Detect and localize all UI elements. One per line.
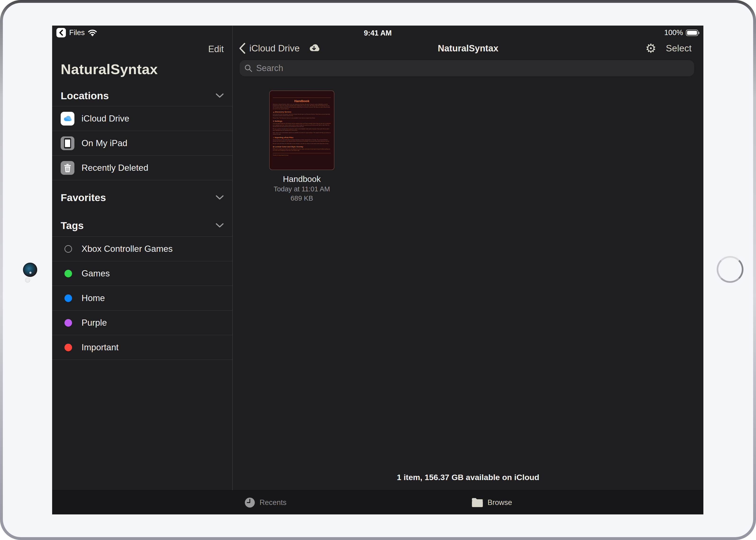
doc-paragraph: Please Note: The Discovery Service is on… — [273, 117, 331, 119]
tags-label: Tags — [61, 220, 84, 231]
select-button[interactable]: Select — [666, 43, 691, 54]
doc-paragraph: At the top right of both the file browse… — [273, 123, 331, 127]
page: Files 9:41 AM 100% — [0, 0, 756, 540]
tag-item-xbox-controller-games[interactable]: Xbox Controller Games — [52, 237, 232, 261]
page-title: NaturalSyntax — [438, 43, 498, 54]
edit-button[interactable]: Edit — [208, 44, 224, 54]
overlay-icon: ▤ — [273, 146, 275, 148]
tag-item-home[interactable]: Home — [52, 286, 232, 311]
locations-list: iCloud Drive On My iPad — [52, 106, 232, 180]
doc-footer: Thanks for using Natural Syntax! — [273, 155, 331, 156]
app-title: NaturalSyntax — [61, 61, 158, 77]
import-icon: ⇣ — [273, 137, 274, 138]
doc-paragraph: Pro tip: If you only have your ePub file… — [273, 143, 331, 144]
content-area: iCloud Drive NaturalSyntax ⚙︎ Select — [233, 26, 703, 490]
sidebar: Edit NaturalSyntax Locations — [52, 26, 232, 490]
file-modified: Today at 11:01 AM — [269, 185, 334, 193]
doc-paragraph: Welcome to Natural Syntax, within it you… — [273, 104, 331, 110]
section-header-tags[interactable]: Tags — [52, 219, 232, 232]
tag-circle-icon — [65, 319, 72, 327]
tag-circle-icon — [65, 344, 72, 351]
home-button[interactable] — [717, 256, 743, 283]
sidebar-item-recently-deleted[interactable]: Recently Deleted — [52, 156, 232, 180]
file-size: 689 KB — [269, 195, 334, 202]
file-thumbnail[interactable]: Handbook Welcome to Natural Syntax, with… — [269, 90, 334, 170]
search-icon — [244, 64, 253, 72]
tag-label: Xbox Controller Games — [82, 244, 173, 254]
search-input[interactable] — [256, 63, 689, 73]
icloud-drive-icon — [61, 112, 75, 126]
ipad-icon — [61, 136, 75, 150]
tag-circle-icon — [65, 270, 72, 277]
cloud-icon: ☁︎ — [273, 111, 275, 113]
gear-icon[interactable]: ⚙︎ — [645, 42, 657, 55]
chevron-down-icon — [216, 195, 224, 200]
sidebar-item-label: Recently Deleted — [82, 163, 148, 173]
doc-heading: ⚙︎Settings — [273, 120, 331, 122]
tag-item-purple[interactable]: Purple — [52, 311, 232, 335]
file-name: Handbook — [269, 174, 334, 184]
doc-title: Handbook — [273, 99, 331, 103]
navigation-bar: iCloud Drive NaturalSyntax ⚙︎ Select — [233, 38, 703, 58]
doc-heading: ▤Lexical Color and Style Overlay — [273, 146, 331, 148]
tag-label: Important — [82, 342, 118, 352]
chevron-down-icon — [216, 223, 224, 228]
folder-icon — [472, 498, 483, 507]
tab-label: Browse — [487, 498, 512, 507]
tab-label: Recents — [260, 498, 286, 507]
tab-recents[interactable]: Recents — [244, 490, 286, 514]
search-bar[interactable] — [240, 60, 694, 76]
tag-item-important[interactable]: Important — [52, 335, 232, 360]
sidebar-item-icloud-drive[interactable]: iCloud Drive — [52, 106, 232, 131]
ambient-sensor — [25, 278, 30, 283]
doc-heading: ☁︎Discovery Service — [273, 111, 331, 113]
chevron-down-icon — [216, 93, 224, 98]
clock-icon — [244, 497, 255, 508]
tag-label: Purple — [82, 318, 107, 328]
doc-heading: ⇣Importing ePub Files — [273, 136, 331, 139]
doc-paragraph: While you're reading your book, you can … — [273, 149, 331, 151]
doc-paragraph: Pro tip: a number of people like to setu… — [273, 128, 331, 131]
gear-icon: ⚙︎ — [273, 120, 274, 122]
sidebar-item-label: iCloud Drive — [82, 114, 129, 124]
sidebar-item-label: On My iPad — [82, 138, 127, 148]
sidebar-item-on-my-ipad[interactable]: On My iPad — [52, 131, 232, 156]
tab-bar: Recents Browse — [52, 490, 703, 514]
doc-paragraph: You can import your own ePub files into … — [273, 139, 331, 142]
section-header-locations[interactable]: Locations — [52, 89, 232, 102]
tag-circle-icon — [65, 294, 72, 302]
camera-lens-dot — [29, 272, 32, 274]
front-camera — [23, 263, 37, 277]
ipad-frame: Files 9:41 AM 100% — [0, 0, 756, 540]
tag-item-games[interactable]: Games — [52, 261, 232, 286]
tags-list: Xbox Controller Games Games Home Purple — [52, 236, 232, 360]
tag-circle-icon — [65, 245, 72, 253]
item-count-status: 1 item, 156.37 GB available on iCloud — [397, 473, 539, 482]
file-cell-handbook[interactable]: Handbook Welcome to Natural Syntax, with… — [269, 90, 334, 202]
back-button[interactable]: iCloud Drive — [239, 38, 321, 58]
screen: Files 9:41 AM 100% — [52, 26, 703, 514]
tag-label: Home — [82, 293, 105, 303]
tag-label: Games — [82, 269, 110, 279]
favorites-label: Favorites — [61, 192, 106, 203]
tab-browse[interactable]: Browse — [472, 490, 512, 514]
doc-paragraph: Note: some of the customization options … — [273, 132, 331, 135]
doc-paragraph: At the top left of the file browser, you… — [273, 114, 331, 116]
back-label: iCloud Drive — [249, 43, 299, 54]
chevron-left-icon — [239, 43, 246, 54]
cloud-download-icon[interactable] — [307, 43, 321, 54]
locations-label: Locations — [61, 90, 109, 102]
section-header-favorites[interactable]: Favorites — [52, 191, 232, 204]
trash-icon — [61, 161, 75, 175]
